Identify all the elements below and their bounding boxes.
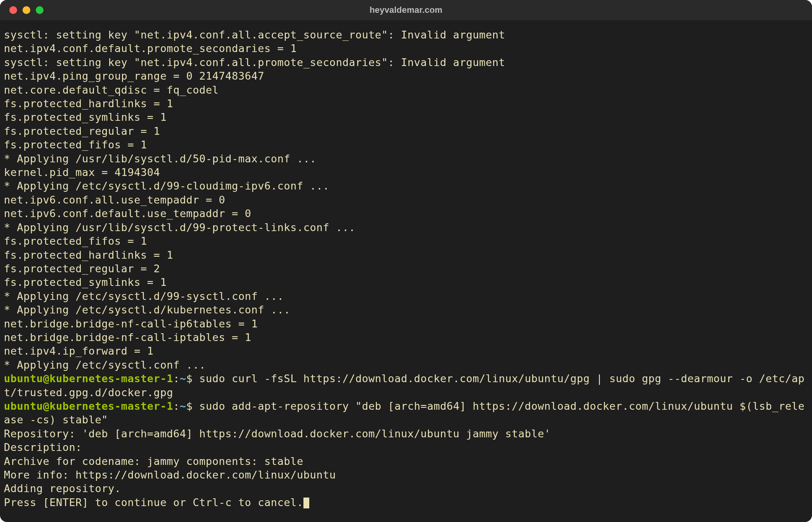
terminal-output-line: * Applying /etc/sysctl.d/kubernetes.conf… xyxy=(4,303,808,317)
zoom-icon[interactable] xyxy=(36,6,44,14)
prompt-user-host: ubuntu@kubernetes-master-1 xyxy=(4,400,173,412)
terminal-output-line: net.core.default_qdisc = fq_codel xyxy=(4,83,808,97)
terminal-output-line: sysctl: setting key "net.ipv4.conf.all.p… xyxy=(4,56,808,69)
terminal-output-line: net.ipv6.conf.all.use_tempaddr = 0 xyxy=(4,193,808,207)
terminal-output-line: Archive for codename: jammy components: … xyxy=(4,454,808,468)
terminal-output-line: net.ipv4.ping_group_range = 0 2147483647 xyxy=(4,69,808,83)
prompt-separator: : xyxy=(173,400,180,412)
terminal-body[interactable]: sysctl: setting key "net.ipv4.conf.all.a… xyxy=(0,20,812,522)
traffic-lights xyxy=(0,6,44,14)
terminal-output-line: fs.protected_hardlinks = 1 xyxy=(4,97,808,110)
terminal-output-line: * Applying /usr/lib/sysctl.d/50-pid-max.… xyxy=(4,152,808,165)
terminal-output-line: Adding repository. xyxy=(4,482,808,495)
terminal-output-line: net.ipv4.ip_forward = 1 xyxy=(4,344,808,358)
prompt-symbol: $ xyxy=(186,372,199,385)
terminal-output-line: fs.protected_hardlinks = 1 xyxy=(4,248,808,262)
terminal-output-line: fs.protected_fifos = 1 xyxy=(4,138,808,151)
cursor-icon xyxy=(303,498,309,508)
prompt-user-host: ubuntu@kubernetes-master-1 xyxy=(4,372,173,385)
terminal-window: heyvaldemar.com sysctl: setting key "net… xyxy=(0,0,812,522)
terminal-output-line: kernel.pid_max = 4194304 xyxy=(4,165,808,179)
terminal-output-line: * Applying /usr/lib/sysctl.d/99-protect-… xyxy=(4,221,808,234)
terminal-output-line: net.bridge.bridge-nf-call-iptables = 1 xyxy=(4,331,808,344)
prompt-symbol: $ xyxy=(186,400,199,412)
minimize-icon[interactable] xyxy=(23,6,30,14)
terminal-output-line: fs.protected_symlinks = 1 xyxy=(4,275,808,289)
terminal-command-line: ubuntu@kubernetes-master-1:~$ sudo add-a… xyxy=(4,399,808,427)
titlebar: heyvaldemar.com xyxy=(0,0,812,20)
terminal-output-line: * Applying /etc/sysctl.d/99-sysctl.conf … xyxy=(4,289,808,303)
terminal-output-line: * Applying /etc/sysctl.d/99-cloudimg-ipv… xyxy=(4,179,808,193)
terminal-output-line: Repository: 'deb [arch=amd64] https://do… xyxy=(4,427,808,440)
close-icon[interactable] xyxy=(9,6,17,14)
terminal-output-line: net.bridge.bridge-nf-call-ip6tables = 1 xyxy=(4,317,808,331)
terminal-output-line: net.ipv4.conf.default.promote_secondarie… xyxy=(4,42,808,55)
terminal-command-line: ubuntu@kubernetes-master-1:~$ sudo curl … xyxy=(4,372,808,399)
terminal-output-line: fs.protected_regular = 1 xyxy=(4,124,808,138)
terminal-output-line: More info: https://download.docker.com/l… xyxy=(4,468,808,482)
terminal-output-line: fs.protected_fifos = 1 xyxy=(4,234,808,248)
terminal-output-line: sysctl: setting key "net.ipv4.conf.all.a… xyxy=(4,28,808,42)
terminal-output-line: Description: xyxy=(4,440,808,454)
terminal-output-line: * Applying /etc/sysctl.conf ... xyxy=(4,358,808,372)
prompt-path: ~ xyxy=(179,372,186,385)
window-title: heyvaldemar.com xyxy=(369,5,443,15)
terminal-output-line: fs.protected_symlinks = 1 xyxy=(4,110,808,124)
terminal-output-line: Press [ENTER] to continue or Ctrl-c to c… xyxy=(4,496,808,509)
prompt-separator: : xyxy=(173,372,180,385)
terminal-output-line: fs.protected_regular = 2 xyxy=(4,262,808,275)
terminal-output-line: net.ipv6.conf.default.use_tempaddr = 0 xyxy=(4,207,808,220)
prompt-path: ~ xyxy=(179,400,186,412)
